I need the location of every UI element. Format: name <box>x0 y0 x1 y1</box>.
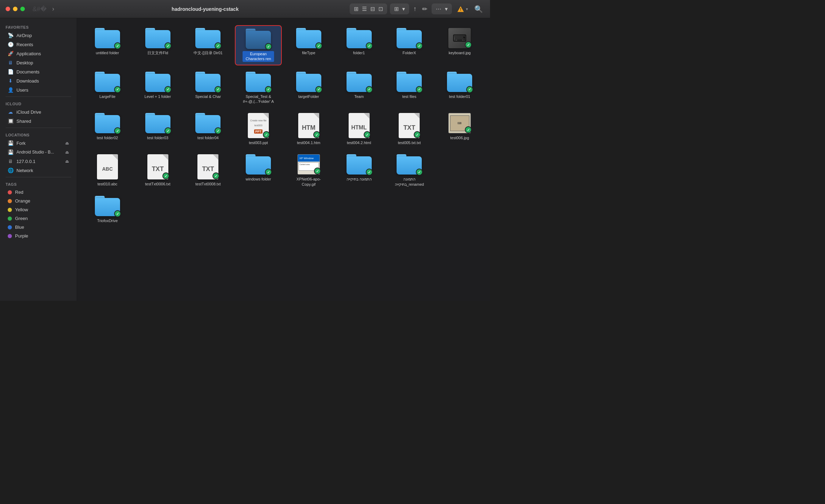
sidebar-item-fork[interactable]: 💾 Fork ⏏ <box>2 139 75 148</box>
sidebar-item-airdrop[interactable]: 📡 AirDrop <box>2 31 75 40</box>
file-label-team: Team <box>354 94 364 99</box>
file-item-test-folder01[interactable]: ✓ test folder01 <box>436 69 483 107</box>
file-item-folderX[interactable]: ✓ FolderX <box>386 25 433 65</box>
recents-icon: 🕐 <box>8 42 13 47</box>
sidebar-label-recents: Recents <box>16 42 33 47</box>
doc-icon-ppt: Create new filetest003 PPT ✓ <box>248 113 269 138</box>
sidebar-item-tag-green[interactable]: Green <box>2 214 75 223</box>
file-item-largefile[interactable]: ✓ LargeFile <box>84 69 131 107</box>
sidebar-item-tag-orange[interactable]: Orange <box>2 197 75 205</box>
more-icon[interactable]: ⋯ <box>434 5 443 13</box>
search-icon[interactable]: 🔍 <box>473 4 484 14</box>
file-item-xpnet-gif[interactable]: XP Window Content area ✓ XPNet06-apo-Cop… <box>285 151 332 190</box>
maximize-button[interactable] <box>20 7 25 11</box>
sidebar-item-recents[interactable]: 🕐 Recents <box>2 40 75 49</box>
warning-button[interactable]: ! ▾ <box>455 4 470 14</box>
file-item-level1-folder[interactable]: ✓ Level + 1 folder <box>134 69 181 107</box>
file-item-japanese-folder[interactable]: ✓ 日文文件Fld <box>134 25 181 65</box>
file-item-hebrew1[interactable]: ✓ התמונה בתיקייה <box>336 151 383 190</box>
sidebar-item-downloads[interactable]: ⬇ Downloads <box>2 76 75 85</box>
file-item-test005-txt[interactable]: TXT ✓ test005.txt.txt <box>386 110 433 148</box>
file-item-team[interactable]: ✓ Team <box>336 69 383 107</box>
file-item-test006-jpg[interactable]: ⌨ ✓ test006.jpg <box>436 110 483 148</box>
folder-icon-filetype: ✓ <box>296 28 321 48</box>
file-label-xpnet-gif: XPNet06-apo-Copy.gif <box>293 177 324 187</box>
edit-tags-icon[interactable]: ✏ <box>421 5 429 14</box>
file-item-european-chars[interactable]: ✓ European Characters ren <box>235 25 282 65</box>
file-item-untitled-folder[interactable]: ✓ untitled folder <box>84 25 131 65</box>
sidebar-item-tag-red[interactable]: Red <box>2 188 75 197</box>
gallery-view-button[interactable]: ⊡ <box>377 5 384 13</box>
file-item-test004-html[interactable]: HTML ✓ test004.2.html <box>336 110 383 148</box>
file-item-folder1[interactable]: ✓ folder1 <box>336 25 383 65</box>
check-badge: ✓ <box>265 86 272 93</box>
column-view-button[interactable]: ⊟ <box>369 5 376 13</box>
file-item-filetype[interactable]: ✓ fileType <box>285 25 332 65</box>
file-item-testtxt0006[interactable]: TXT ✓ testTxt0006.txt <box>134 151 181 190</box>
doc-icon-abc: ABC <box>97 154 118 179</box>
fork-eject-icon[interactable]: ⏏ <box>65 141 69 145</box>
more-dropdown-icon[interactable]: ▾ <box>443 5 449 13</box>
share-icon[interactable]: ↑ <box>412 5 418 13</box>
check-badge: ✓ <box>265 169 272 176</box>
title-bar: &#� › hadroncloud-yuening-cstack ⊞ ☰ ⊟ ⊡… <box>0 0 490 18</box>
sidebar-item-tag-blue[interactable]: Blue <box>2 223 75 232</box>
check-badge: ✓ <box>165 127 172 134</box>
file-item-test003-ppt[interactable]: Create new filetest003 PPT ✓ test003.ppt <box>235 110 282 148</box>
file-item-windows-folder[interactable]: ✓ windows folder <box>235 151 282 190</box>
sidebar-label-tag-orange: Orange <box>15 198 30 204</box>
check-badge: ✓ <box>366 86 373 93</box>
sidebar-item-localhost[interactable]: 🖥 127.0.0.1 ⏏ <box>2 157 75 166</box>
folder-icon-team: ✓ <box>347 72 372 92</box>
file-item-triofox-drive[interactable]: ✓ TriofoxDrive <box>84 193 131 226</box>
back-button[interactable]: &#� <box>30 5 49 14</box>
check-badge: ✓ <box>315 86 322 93</box>
folder-icon-test-files: ✓ <box>397 72 422 92</box>
minimize-button[interactable] <box>13 7 18 11</box>
file-item-test010-abc[interactable]: ABC test010.abc <box>84 151 131 190</box>
file-item-test-folder02[interactable]: ✓ test folder02 <box>84 110 131 148</box>
file-label-test-folder04: test folder04 <box>197 135 219 140</box>
file-content-area: ✓ untitled folder ✓ 日文文件Fld <box>77 18 490 301</box>
image-icon-keyboard: ⌨ ✓ <box>448 28 471 48</box>
sidebar-item-icloud-drive[interactable]: ☁ iCloud Drive <box>2 107 75 116</box>
sidebar-item-android-studio[interactable]: 💾 Android Studio - B... ⏏ <box>2 148 75 157</box>
image-icon-xpnet: XP Window Content area ✓ <box>298 154 320 175</box>
file-item-special-test[interactable]: ✓ Special_Test & #+-@,(...'Folder' A <box>235 69 282 107</box>
file-label-european-chars: European Characters ren <box>243 51 274 62</box>
file-item-test-files[interactable]: ✓ test files <box>386 69 433 107</box>
icon-view-button[interactable]: ⊞ <box>352 5 360 13</box>
sidebar-item-shared[interactable]: 🔲 Shared <box>2 116 75 126</box>
file-item-target-folder[interactable]: ✓ targetFolder <box>285 69 332 107</box>
file-item-hebrew2[interactable]: ✓ התמונה בתיקייה_renamed <box>386 151 433 190</box>
airdrop-icon: 📡 <box>8 33 13 38</box>
sidebar-item-users[interactable]: 👤 Users <box>2 85 75 94</box>
icloud-drive-icon: ☁ <box>8 109 13 115</box>
list-view-button[interactable]: ☰ <box>361 5 368 13</box>
group-dropdown-icon[interactable]: ▾ <box>401 5 406 13</box>
file-item-chinese-folder[interactable]: ✓ 中文-[]目录 Dir01 <box>185 25 232 65</box>
network-icon: 🌐 <box>8 168 13 173</box>
file-item-testtxt0008[interactable]: TXT ✓ testTxt0008.txt <box>185 151 232 190</box>
check-badge: ✓ <box>165 86 172 93</box>
sidebar-divider-2 <box>6 128 71 128</box>
sidebar-item-documents[interactable]: 📄 Documents <box>2 67 75 76</box>
sidebar-item-tag-purple[interactable]: Purple <box>2 232 75 240</box>
file-item-special-char[interactable]: ✓ Special & Char <box>185 69 232 107</box>
sidebar-item-network[interactable]: 🌐 Network <box>2 166 75 175</box>
sidebar-item-desktop[interactable]: 🖥 Desktop <box>2 58 75 67</box>
file-item-keyboard-jpg[interactable]: ⌨ ✓ keyboard.jpg <box>436 25 483 65</box>
documents-icon: 📄 <box>8 69 13 74</box>
main-layout: Favorites 📡 AirDrop 🕐 Recents 🚀 Applicat… <box>0 18 490 301</box>
group-icon[interactable]: ⊞ <box>393 5 400 13</box>
localhost-eject-icon[interactable]: ⏏ <box>65 159 69 164</box>
close-button[interactable] <box>6 7 10 11</box>
forward-button[interactable]: › <box>50 5 56 14</box>
file-item-test-folder03[interactable]: ✓ test folder03 <box>134 110 181 148</box>
android-studio-eject-icon[interactable]: ⏏ <box>65 150 69 155</box>
file-item-test-folder04[interactable]: ✓ test folder04 <box>185 110 232 148</box>
sidebar-item-tag-yellow[interactable]: Yellow <box>2 205 75 214</box>
sidebar-label-android-studio: Android Studio - B... <box>16 150 54 155</box>
file-item-test004-htm[interactable]: HTM ✓ test004.1.htm <box>285 110 332 148</box>
sidebar-item-applications[interactable]: 🚀 Applications <box>2 49 75 58</box>
